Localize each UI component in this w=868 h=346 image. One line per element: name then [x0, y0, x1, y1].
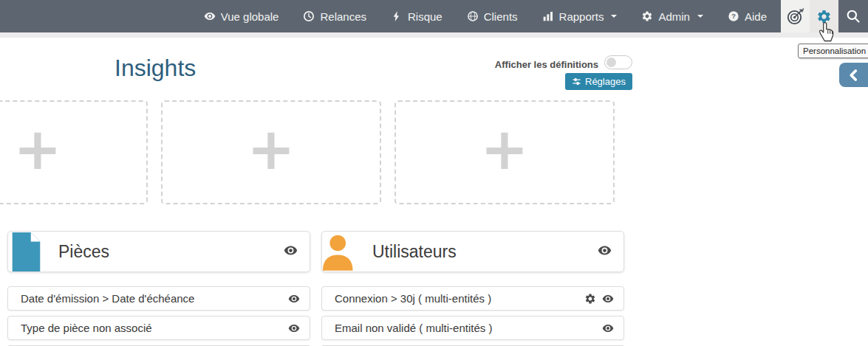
insight-row: Connexion > 30j ( multi-entités )	[321, 286, 624, 311]
section-pices: PiècesDate d'émission > Date d'échéanceT…	[7, 231, 310, 346]
nav-item-label: Aide	[745, 10, 767, 23]
nav-item-aide[interactable]: ?Aide	[728, 10, 767, 23]
quick-actions	[781, 0, 838, 32]
svg-text:?: ?	[731, 13, 736, 20]
reglages-button[interactable]: Réglages	[565, 73, 632, 90]
section-title: Utilisateurs	[372, 242, 598, 262]
nav-item-label: Rapports	[559, 10, 604, 23]
bolt-icon	[391, 10, 403, 22]
personnalisation-gear-icon[interactable]	[810, 0, 838, 32]
visibility-eye-icon[interactable]	[602, 322, 614, 334]
section-title: Pièces	[58, 242, 284, 262]
insight-row-label: Date d'émission > Date d'échéance	[21, 292, 288, 305]
add-insight-placeholder[interactable]: +	[161, 100, 381, 204]
section-rows: Connexion > 30j ( multi-entités )Email n…	[321, 286, 624, 346]
sliders-icon	[572, 77, 581, 86]
visibility-eye-icon[interactable]	[288, 322, 300, 334]
insight-row: Date d'émission > Date d'échéance	[7, 286, 310, 311]
caret-down-icon	[697, 15, 703, 18]
placeholder-row: +++	[0, 100, 615, 204]
nav-item-risque[interactable]: Risque	[391, 10, 442, 23]
nav-item-label: Relances	[320, 10, 366, 23]
gear-icon	[641, 10, 653, 22]
nav-items: Vue globaleRelancesRisqueClientsRapports…	[204, 0, 767, 32]
eye-icon	[204, 10, 216, 22]
nav-item-relances[interactable]: Relances	[303, 10, 366, 23]
row-icons	[288, 293, 300, 305]
reglages-button-label: Réglages	[585, 76, 626, 87]
insight-row-label: Type de pièce non associé	[21, 322, 288, 334]
question-icon: ?	[728, 10, 739, 22]
nav-item-label: Risque	[408, 10, 442, 23]
page-title: Insights	[115, 55, 196, 82]
collapse-panel-tab[interactable]	[839, 63, 868, 87]
plus-icon: +	[247, 120, 295, 178]
definitions-toggle-label: Afficher les définitions	[495, 59, 598, 70]
bar-chart-icon	[542, 10, 554, 22]
visibility-eye-icon[interactable]	[284, 243, 298, 260]
nav-item-label: Admin	[658, 10, 690, 23]
add-insight-placeholder[interactable]: +	[0, 100, 148, 204]
insight-sections: PiècesDate d'émission > Date d'échéanceT…	[7, 231, 624, 346]
section-header: Utilisateurs	[321, 231, 624, 272]
chevron-left-icon	[847, 69, 861, 82]
visibility-eye-icon[interactable]	[602, 293, 614, 305]
clock-icon	[303, 10, 315, 22]
insight-row-label: Connexion > 30j ( multi-entités )	[335, 292, 584, 305]
plus-icon: +	[480, 120, 528, 178]
settings-gear-icon[interactable]	[584, 293, 596, 305]
toggle-knob	[606, 58, 616, 67]
visibility-eye-icon[interactable]	[288, 293, 300, 305]
user-icon	[322, 232, 358, 271]
nav-item-clients[interactable]: Clients	[467, 10, 518, 23]
add-insight-placeholder[interactable]: +	[394, 100, 615, 204]
page-background-strip	[0, 32, 868, 38]
nav-item-vue-globale[interactable]: Vue globale	[204, 10, 279, 23]
nav-item-label: Vue globale	[221, 10, 279, 23]
nav-item-admin[interactable]: Admin	[641, 10, 703, 23]
insight-row: Email non validé ( multi-entités )	[321, 316, 624, 340]
search-icon[interactable]	[838, 0, 868, 32]
row-icons	[288, 322, 300, 334]
caret-down-icon	[611, 15, 617, 18]
section-header: Pièces	[7, 231, 310, 272]
row-icons	[602, 322, 614, 334]
definitions-toggle[interactable]	[604, 55, 632, 69]
target-icon[interactable]	[781, 0, 810, 32]
nav-item-label: Clients	[484, 10, 518, 23]
document-icon	[8, 232, 44, 271]
top-navbar: Vue globaleRelancesRisqueClientsRapports…	[0, 0, 868, 32]
section-utilisateurs: UtilisateursConnexion > 30j ( multi-enti…	[321, 231, 624, 346]
nav-item-rapports[interactable]: Rapports	[542, 10, 618, 23]
globe-icon	[467, 10, 479, 22]
insight-row: Type de pièce non associé	[7, 316, 310, 340]
personnalisation-tooltip: Personnalisation	[798, 44, 868, 58]
insight-row-label: Email non validé ( multi-entités )	[335, 322, 602, 334]
section-rows: Date d'émission > Date d'échéanceType de…	[7, 286, 310, 346]
visibility-eye-icon[interactable]	[598, 243, 612, 260]
plus-icon: +	[13, 120, 61, 178]
row-icons	[584, 293, 614, 305]
